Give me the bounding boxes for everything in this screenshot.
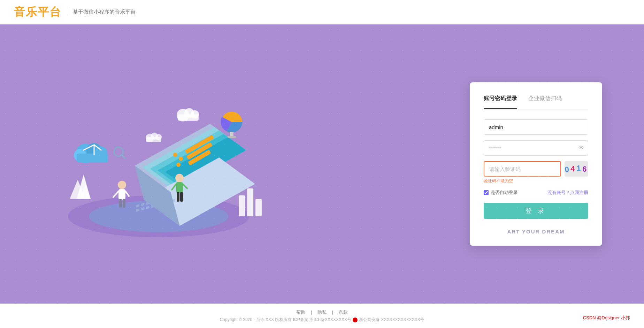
password-input[interactable] [484,140,588,156]
toggle-password-icon[interactable]: 👁 [578,145,584,151]
svg-rect-54 [118,189,125,200]
auto-login-checkbox[interactable] [484,190,489,195]
register-link[interactable]: 没有账号？点我注册 [547,189,588,196]
footer-copyright: Copyright © 2020 - 至今 XXX 版权所有 ICP备案 浙IC… [220,317,424,323]
svg-point-53 [118,181,126,189]
login-button[interactable]: 登 录 [484,203,588,219]
footer-help-link[interactable]: 帮助 [296,310,305,315]
captcha-image[interactable]: 0416 [565,161,588,177]
header-divider [67,8,67,16]
svg-line-38 [122,155,125,158]
header: 音乐平台 基于微信小程序的音乐平台 [0,0,644,24]
footer-links: 帮助 | 隐私 | 条款 [294,309,350,315]
svg-rect-49 [228,136,236,138]
svg-line-56 [125,191,129,196]
beian-icon [353,318,358,322]
svg-rect-60 [176,182,183,193]
svg-rect-46 [146,137,161,142]
header-subtitle: 基于微信小程序的音乐平台 [73,9,136,15]
main-background: 账号密码登录 企业微信扫码 👁 0416 验证码不能为空 [0,24,644,304]
logo: 音乐平台 [14,5,61,20]
art-dream-text: ART YOUR DREAM [484,229,588,234]
svg-rect-63 [177,192,179,202]
footer-sep2: | [332,310,333,315]
svg-line-55 [113,191,118,197]
captcha-error: 验证码不能为空 [484,178,588,184]
footer-terms-link[interactable]: 条款 [339,310,348,315]
footer-sep1: | [311,310,312,315]
captcha-input[interactable] [484,161,561,177]
login-card: 账号密码登录 企业微信扫码 👁 0416 验证码不能为空 [470,82,602,246]
options-row: 是否自动登录 没有账号？点我注册 [484,189,588,196]
username-input[interactable] [484,119,588,135]
svg-rect-50 [239,195,245,216]
footer-privacy-link[interactable]: 隐私 [317,310,327,315]
password-group: 👁 [484,140,588,156]
svg-rect-51 [247,188,253,216]
svg-rect-52 [255,199,262,216]
svg-rect-35 [77,154,108,162]
footer-author: CSDN @Designer 小邦 [583,315,630,321]
svg-rect-64 [180,192,183,202]
tab-account-login[interactable]: 账号密码登录 [484,95,517,105]
footer: 帮助 | 隐私 | 条款 Copyright © 2020 - 至今 XXX 版… [0,304,644,328]
auto-login-label[interactable]: 是否自动登录 [484,189,518,196]
svg-rect-42 [178,114,199,121]
login-tabs: 账号密码登录 企业微信扫码 [484,95,588,110]
hero-illustration [28,66,289,262]
svg-point-59 [175,174,184,182]
svg-rect-57 [119,199,122,208]
tab-wechat-scan[interactable]: 企业微信扫码 [528,95,562,105]
username-group [484,119,588,135]
svg-rect-58 [123,199,125,208]
captcha-group: 0416 验证码不能为空 [484,161,588,184]
